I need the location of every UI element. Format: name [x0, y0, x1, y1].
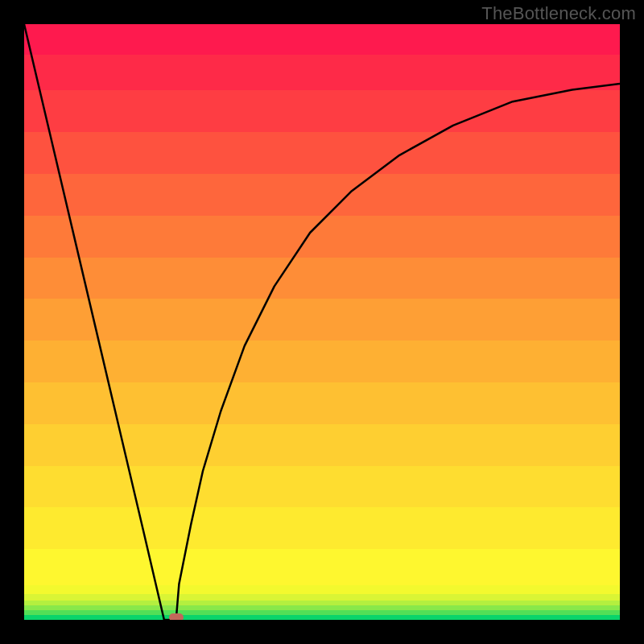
curve-svg	[24, 24, 620, 620]
minimum-marker	[169, 613, 184, 620]
bottleneck-curve	[24, 24, 620, 620]
plot-area	[24, 24, 620, 620]
watermark-text: TheBottleneck.com	[481, 3, 636, 24]
chart-frame: TheBottleneck.com	[0, 0, 644, 644]
